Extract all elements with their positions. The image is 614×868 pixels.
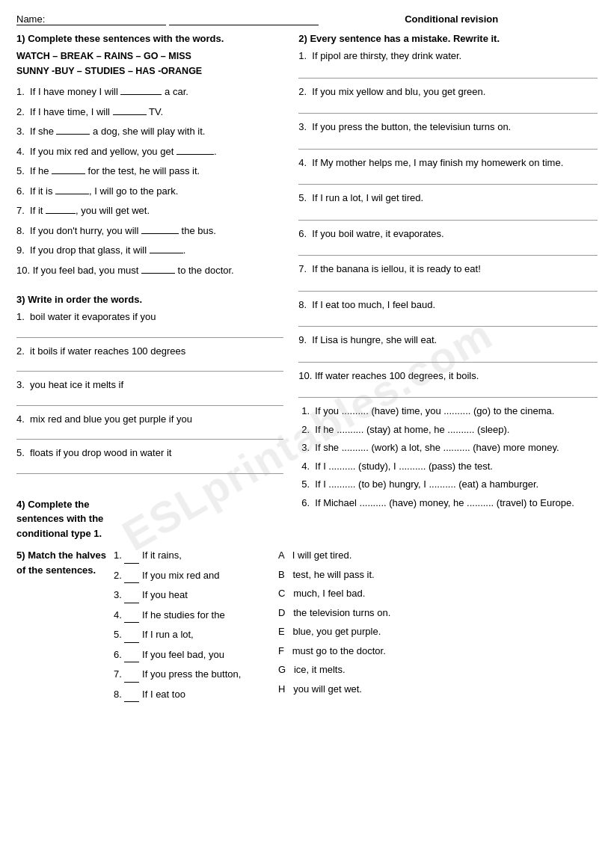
blank[interactable] [55, 184, 89, 194]
list-item: 1. If it rains, [114, 548, 272, 564]
answer-line[interactable] [298, 67, 598, 79]
list-item: H you will get wet. [278, 682, 443, 697]
list-item: 5. If he for the test, he will pass it. [16, 164, 283, 179]
match-blank[interactable] [124, 608, 139, 624]
blank[interactable] [56, 124, 90, 135]
section4-sentences-block: 1. If you .......... (have) time, you ..… [298, 404, 598, 510]
answer-line[interactable] [298, 209, 598, 221]
section5-left-list: 1. If it rains, 2. If you mix red and 3.… [114, 548, 272, 702]
list-item: 5. floats if you drop wood in water it [16, 446, 283, 461]
blank[interactable] [46, 203, 76, 214]
blank[interactable] [141, 224, 179, 234]
match-blank[interactable] [124, 687, 139, 703]
answer-line[interactable] [298, 102, 598, 114]
section5-right-list: A I will get tired. B test, he will pass… [278, 548, 443, 696]
list-item: G ice, it melts. [278, 662, 443, 677]
section5-title: 5) Match the halves of the sentences. [16, 548, 114, 707]
answer-line[interactable] [298, 280, 598, 292]
list-item: 2. If you mix red and [114, 568, 272, 584]
answer-line[interactable] [16, 462, 283, 474]
match-blank[interactable] [124, 568, 139, 584]
answer-line[interactable] [298, 138, 598, 150]
list-item: 2. If you mix yellow and blu, you get gr… [298, 84, 598, 99]
section5-inner: 5) Match the halves of the sentences. 1.… [16, 548, 598, 707]
section5-label: 5) Match the halves of the sentences. [16, 550, 106, 576]
list-item: 4. If I .......... (study), I ..........… [301, 459, 598, 474]
list-item: 8. If I eat too [114, 687, 272, 703]
list-item: 1. boil water it evaporates if you [16, 310, 283, 324]
list-item: 3. If you press the button, the televisi… [298, 120, 598, 135]
list-item: 4. If he studies for the [114, 608, 272, 624]
list-item: 3. If she .......... (work) a lot, she .… [301, 440, 598, 455]
name-line: Name: Conditional revision [16, 13, 598, 25]
list-item: 3. If you heat [114, 588, 272, 603]
match-blank[interactable] [124, 588, 139, 603]
list-item: E blue, you get purple. [278, 624, 443, 639]
list-item: A I will get tired. [278, 548, 443, 563]
section4-block: 4) Complete the sentences with the condi… [16, 497, 283, 541]
list-item: 1. If pipol are thirsty, they drink wate… [298, 49, 598, 64]
word-bank-line2: SUNNY -BUY – STUDIES – HAS -ORANGE [16, 66, 202, 76]
blank[interactable] [141, 263, 175, 274]
list-item: 6. If it is , I will go to the park. [16, 184, 283, 199]
list-item: 1. If I have money I will a car. [16, 84, 283, 99]
list-item: D the television turns on. [278, 606, 443, 621]
list-item: 1. If you .......... (have) time, you ..… [301, 404, 598, 419]
list-item: 9. If you drop that glass, it will . [16, 243, 283, 258]
section2-title: 2) Every sentence has a mistake. Rewrite… [298, 33, 598, 44]
blank[interactable] [113, 105, 147, 115]
blank[interactable] [52, 164, 85, 174]
answer-line[interactable] [298, 351, 598, 363]
list-item: 8. If I eat too much, I feel baud. [298, 298, 598, 313]
section4-list: 1. If you .......... (have) time, you ..… [298, 404, 598, 510]
answer-line[interactable] [298, 173, 598, 185]
match-blank[interactable] [124, 548, 139, 564]
section5-right: A I will get tired. B test, he will pass… [278, 548, 443, 707]
word-bank-line1: WATCH – BREAK – RAINS – GO – MISS [16, 51, 191, 61]
answer-line[interactable] [298, 386, 598, 398]
section5-left: 1. If it rains, 2. If you mix red and 3.… [114, 548, 278, 707]
list-item: 4. If My mother helps me, I may finish m… [298, 156, 598, 170]
section5-container: 5) Match the halves of the sentences. 1.… [16, 548, 598, 707]
list-item: 6. If you feel bad, you [114, 647, 272, 663]
list-item: 3. you heat ice it melts if [16, 378, 283, 393]
answer-line[interactable] [16, 360, 283, 372]
list-item: 9. If Lisa is hungre, she will eat. [298, 333, 598, 348]
answer-line[interactable] [16, 394, 283, 406]
blank[interactable] [120, 84, 162, 95]
list-item: 2. If he .......... (stay) at home, he .… [301, 422, 598, 437]
answer-line[interactable] [16, 326, 283, 338]
list-item: 2. it boils if water reaches 100 degrees [16, 344, 283, 359]
section4-title: 4) Complete the sentences with the condi… [16, 497, 144, 541]
list-item: 2. If I have time, I will TV. [16, 105, 283, 120]
answer-line[interactable] [298, 315, 598, 327]
blank[interactable] [176, 144, 214, 155]
name-label: Name: [16, 13, 166, 25]
list-item: 7. If the banana is iellou, it is ready … [298, 262, 598, 277]
match-blank[interactable] [124, 647, 139, 663]
list-item: 6. If you boil watre, it evaporates. [298, 227, 598, 241]
section1-title: 1) Complete these sentences with the wor… [16, 33, 283, 44]
left-column: 1) Complete these sentences with the wor… [16, 33, 292, 541]
list-item: 7. If it , you will get wet. [16, 203, 283, 218]
list-item: 5. If I run a lot, [114, 627, 272, 643]
list-item: 4. If you mix red and yellow, you get . [16, 144, 283, 159]
list-item: 3. If she a dog, she will play with it. [16, 124, 283, 139]
section3-title: 3) Write in order the words. [16, 294, 283, 305]
name-blank[interactable] [169, 13, 319, 25]
list-item: B test, he will pass it. [278, 567, 443, 582]
answer-line[interactable] [16, 428, 283, 440]
answer-line[interactable] [298, 244, 598, 256]
word-bank: WATCH – BREAK – RAINS – GO – MISS SUNNY … [16, 49, 283, 79]
right-column: 2) Every sentence has a mistake. Rewrite… [292, 33, 598, 541]
list-item: 7. If you press the button, [114, 667, 272, 683]
page-title: Conditional revision [405, 13, 498, 25]
list-item: 6. If Michael .......... (have) money, h… [301, 496, 598, 511]
section1-sentences: 1. If I have money I will a car. 2. If I… [16, 84, 283, 277]
list-item: C much, I feel bad. [278, 586, 443, 601]
section4-sentences [144, 497, 283, 541]
blank[interactable] [150, 243, 183, 253]
list-item: 5. If I run a lot, I wil get tired. [298, 191, 598, 206]
match-blank[interactable] [124, 627, 139, 643]
match-blank[interactable] [124, 667, 139, 683]
